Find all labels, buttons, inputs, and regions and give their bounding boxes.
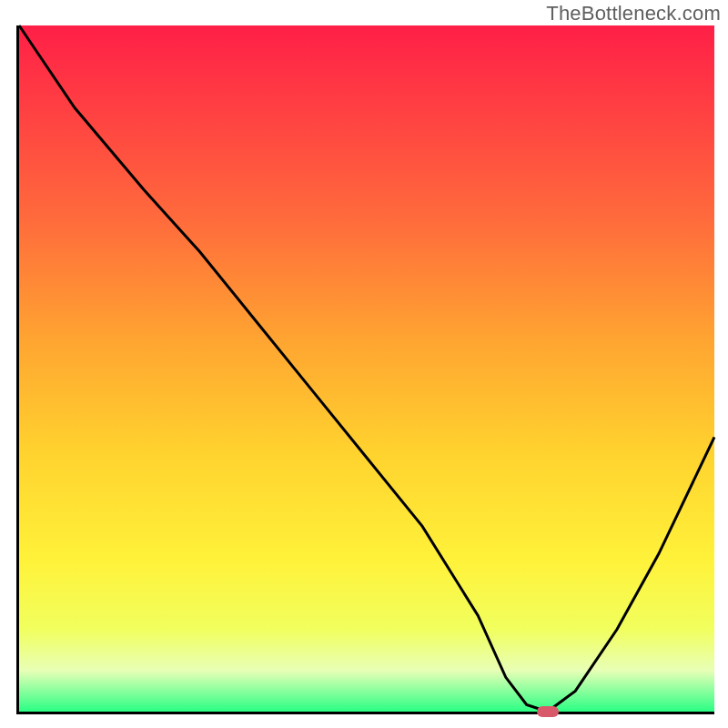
watermark-text: TheBottleneck.com xyxy=(546,2,721,25)
plot-area xyxy=(16,25,714,714)
bottleneck-curve xyxy=(19,25,714,712)
chart-container: TheBottleneck.com xyxy=(0,0,728,728)
optimal-marker xyxy=(537,706,559,717)
curve-layer xyxy=(19,25,714,712)
